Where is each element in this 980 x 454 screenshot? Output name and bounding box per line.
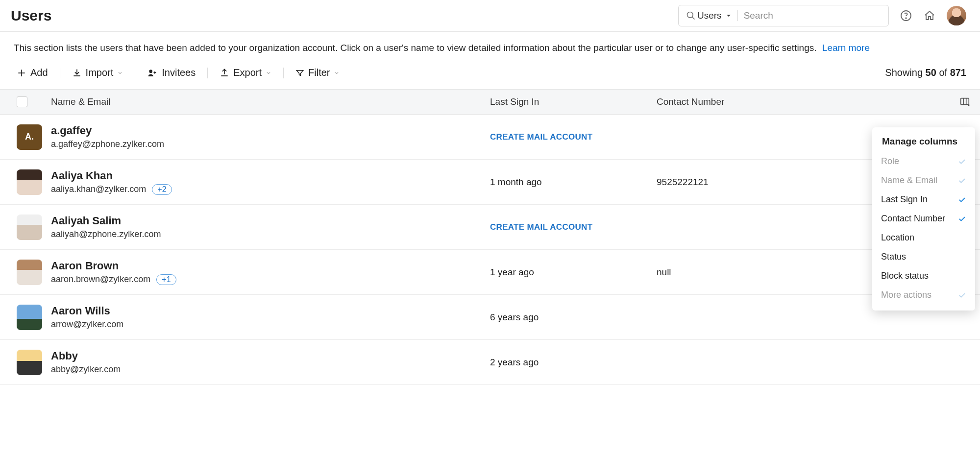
- user-email: abby@zylker.com: [51, 364, 121, 375]
- showing-prefix: Showing: [885, 67, 925, 78]
- check-icon: [957, 157, 966, 166]
- column-name-email[interactable]: Name & Email: [51, 96, 490, 107]
- rows-container: A.a.gaffeya.gaffey@zphone.zylker.comCREA…: [0, 115, 980, 385]
- page-title: Users: [11, 7, 51, 24]
- column-contact[interactable]: Contact Number: [657, 96, 931, 107]
- invitees-icon: [147, 68, 158, 78]
- user-name[interactable]: Aaron Brown: [51, 260, 490, 272]
- manage-columns-item[interactable]: Contact Number: [872, 209, 975, 228]
- popover-title: Manage columns: [872, 136, 975, 152]
- user-name[interactable]: Aaron Wills: [51, 305, 490, 317]
- check-icon: [957, 195, 966, 204]
- toolbar: Add Import Invitees Export Filter Showin…: [0, 58, 980, 89]
- user-avatar: A.: [17, 124, 42, 150]
- name-email-cell: Aaliyah Salimaaliyah@zphone.zylker.com: [51, 215, 490, 239]
- column-last-signin[interactable]: Last Sign In: [490, 96, 657, 107]
- user-avatar: [17, 305, 42, 330]
- manage-columns-item[interactable]: Name & Email: [872, 171, 975, 190]
- export-label: Export: [233, 67, 262, 78]
- name-email-cell: Abbyabby@zylker.com: [51, 350, 490, 375]
- table-row[interactable]: Aaron Brownaaron.brown@zylker.com+11 yea…: [0, 250, 980, 295]
- email-line: arrow@zylker.com: [51, 319, 490, 330]
- manage-columns-item-label: Status: [881, 252, 906, 262]
- user-name[interactable]: Aaliyah Salim: [51, 215, 490, 227]
- search-container: Users: [678, 5, 889, 26]
- table-row[interactable]: Aaron Willsarrow@zylker.com6 years ago: [0, 295, 980, 340]
- svg-point-6: [149, 70, 153, 73]
- manage-columns-item-label: Location: [881, 233, 914, 243]
- name-email-cell: Aaliya Khanaaliya.khan@zylker.com+2: [51, 169, 490, 195]
- manage-columns-item-label: Role: [881, 156, 899, 167]
- email-line: aaliyah@zphone.zylker.com: [51, 229, 490, 239]
- plus-icon: [17, 68, 26, 78]
- user-email: aaliya.khan@zylker.com: [51, 184, 146, 194]
- invitees-button[interactable]: Invitees: [147, 67, 196, 78]
- search-scope-dropdown[interactable]: Users: [697, 10, 738, 21]
- toolbar-left: Add Import Invitees Export Filter: [17, 67, 340, 78]
- svg-point-0: [687, 12, 693, 18]
- last-signin-cell: 2 years ago: [490, 357, 657, 368]
- create-mail-account-link[interactable]: CREATE MAIL ACCOUNT: [490, 132, 657, 142]
- add-label: Add: [30, 67, 48, 78]
- user-name[interactable]: Abby: [51, 350, 490, 362]
- manage-columns-item[interactable]: Status: [872, 247, 975, 266]
- user-email: aaliyah@zphone.zylker.com: [51, 229, 161, 239]
- name-email-cell: Aaron Brownaaron.brown@zylker.com+1: [51, 260, 490, 285]
- name-email-cell: Aaron Willsarrow@zylker.com: [51, 305, 490, 330]
- search-input[interactable]: [744, 10, 882, 21]
- manage-columns-item[interactable]: Last Sign In: [872, 190, 975, 209]
- manage-columns-popover: Manage columns RoleName & EmailLast Sign…: [872, 127, 975, 311]
- learn-more-link[interactable]: Learn more: [822, 43, 870, 53]
- select-all-checkbox[interactable]: [17, 96, 27, 107]
- header-right: Users: [678, 5, 966, 26]
- email-line: aaliya.khan@zylker.com+2: [51, 184, 490, 195]
- import-label: Import: [86, 67, 114, 78]
- table-row[interactable]: Abbyabby@zylker.com2 years ago: [0, 340, 980, 385]
- check-icon: [957, 176, 966, 185]
- manage-columns-item-label: More actions: [881, 290, 931, 300]
- create-mail-account-link[interactable]: CREATE MAIL ACCOUNT: [490, 222, 657, 232]
- table-header: Name & Email Last Sign In Contact Number: [0, 89, 980, 115]
- popover-items: RoleName & EmailLast Sign InContact Numb…: [872, 152, 975, 305]
- profile-avatar[interactable]: [947, 6, 966, 25]
- last-signin-cell: 1 year ago: [490, 267, 657, 278]
- description-text: This section lists the users that have b…: [14, 43, 817, 53]
- showing-count: Showing 50 of 871: [885, 67, 966, 78]
- columns-icon: [959, 96, 970, 107]
- toolbar-separator: [283, 68, 284, 78]
- table-row[interactable]: Aaliya Khanaaliya.khan@zylker.com+21 mon…: [0, 160, 980, 205]
- showing-of: of: [936, 67, 950, 78]
- alias-count-badge[interactable]: +2: [152, 184, 172, 195]
- alias-count-badge[interactable]: +1: [156, 274, 176, 285]
- manage-columns-item-label: Last Sign In: [881, 194, 928, 205]
- search-icon: [685, 9, 697, 22]
- last-signin-cell: 6 years ago: [490, 312, 657, 323]
- import-icon: [72, 68, 82, 78]
- table-row[interactable]: A.a.gaffeya.gaffey@zphone.zylker.comCREA…: [0, 115, 980, 160]
- help-icon[interactable]: [900, 9, 912, 22]
- column-settings-button[interactable]: [959, 96, 970, 107]
- manage-columns-item[interactable]: Block status: [872, 266, 975, 286]
- manage-columns-item[interactable]: Role: [872, 152, 975, 171]
- svg-line-1: [692, 17, 695, 20]
- user-email: arrow@zylker.com: [51, 319, 123, 330]
- user-name[interactable]: a.gaffey: [51, 124, 490, 137]
- add-button[interactable]: Add: [17, 67, 48, 78]
- user-name[interactable]: Aaliya Khan: [51, 169, 490, 182]
- table-row[interactable]: Aaliyah Salimaaliyah@zphone.zylker.comCR…: [0, 205, 980, 250]
- manage-columns-item[interactable]: Location: [872, 228, 975, 247]
- user-avatar: [17, 350, 42, 375]
- home-icon[interactable]: [923, 9, 936, 22]
- export-button[interactable]: Export: [220, 67, 271, 78]
- description-row: This section lists the users that have b…: [0, 32, 980, 58]
- svg-point-3: [906, 18, 906, 19]
- manage-columns-item-label: Contact Number: [881, 214, 945, 224]
- email-line: a.gaffey@zphone.zylker.com: [51, 139, 490, 149]
- user-avatar: [17, 260, 42, 285]
- manage-columns-item[interactable]: More actions: [872, 286, 975, 305]
- filter-button[interactable]: Filter: [295, 67, 340, 78]
- import-button[interactable]: Import: [72, 67, 123, 78]
- toolbar-separator: [135, 68, 135, 78]
- caret-down-icon: [726, 13, 732, 19]
- check-icon: [957, 215, 966, 223]
